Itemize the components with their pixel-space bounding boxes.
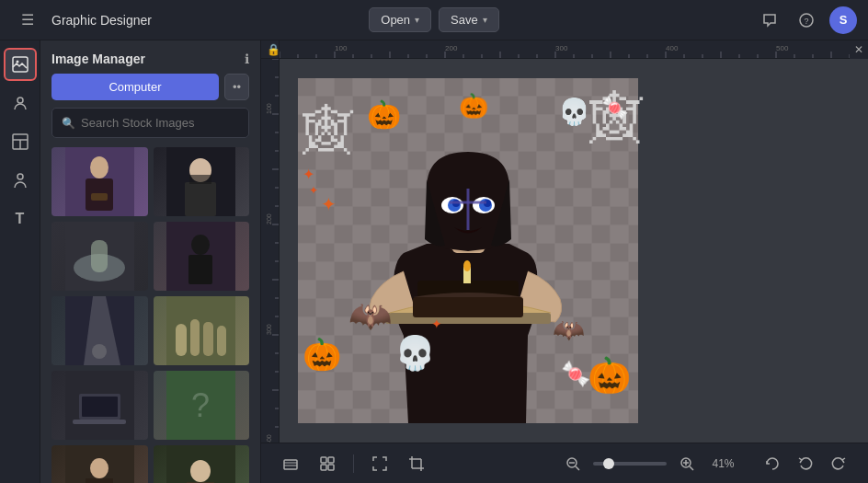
svg-rect-28 — [190, 319, 200, 356]
svg-point-8 — [17, 174, 23, 179]
thumb-preview-5 — [65, 296, 134, 365]
sidebar-item-people[interactable] — [4, 86, 37, 120]
save-button[interactable]: Save ▾ — [439, 7, 499, 32]
crop-icon — [408, 455, 425, 472]
zoom-slider[interactable] — [593, 462, 667, 466]
svg-line-154 — [690, 466, 693, 470]
zoom-out-icon — [565, 456, 580, 471]
search-input[interactable] — [81, 109, 239, 137]
svg-rect-140 — [321, 457, 326, 463]
topbar-center: Open ▾ Save ▾ — [369, 7, 498, 32]
svg-rect-19 — [91, 240, 108, 272]
people-icon — [12, 95, 29, 111]
panel-buttons: Computer •• — [40, 74, 260, 108]
svg-rect-12 — [91, 193, 108, 201]
svg-rect-137 — [284, 460, 297, 469]
image-manager-panel: Image Manager ℹ Computer •• 🔍 — [40, 40, 261, 483]
thumbnail-9[interactable] — [51, 445, 148, 483]
undo-icon — [798, 456, 813, 471]
thumb-preview-3 — [65, 222, 134, 291]
fit-button[interactable] — [365, 449, 394, 478]
svg-text:400: 400 — [666, 44, 679, 52]
thumbnail-6[interactable] — [154, 296, 250, 365]
thumb-preview-9 — [65, 445, 134, 483]
canvas-workspace: 🕸 🕸 🎃 🎃 💀 🍬 ✦ ✦ ✦ 🎃 🎃 — [280, 59, 868, 443]
svg-rect-143 — [328, 465, 334, 470]
text-icon: T — [16, 211, 25, 227]
thumb-preview-1 — [65, 147, 134, 216]
open-chevron: ▾ — [415, 15, 419, 25]
svg-text:400: 400 — [266, 434, 272, 443]
topbar: ☰ Graphic Designer Open ▾ Save ▾ ? S — [0, 0, 868, 40]
thumbnail-1[interactable] — [51, 147, 148, 216]
search-bar: 🔍 — [51, 108, 249, 138]
svg-rect-141 — [328, 457, 334, 463]
sidebar-item-layout[interactable] — [4, 125, 37, 158]
thumb-preview-10 — [166, 445, 235, 483]
canvas-close-button[interactable]: ✕ — [850, 40, 868, 59]
save-chevron: ▾ — [483, 15, 487, 25]
thumbnail-2[interactable] — [154, 147, 250, 216]
svg-rect-39 — [86, 478, 113, 483]
svg-text:200: 200 — [445, 44, 458, 52]
sidebar-item-images[interactable] — [4, 48, 37, 81]
thumb-preview-6 — [166, 296, 235, 365]
svg-rect-30 — [217, 326, 226, 356]
thumb-preview-4 — [166, 222, 235, 291]
svg-text:?: ? — [191, 386, 210, 424]
thumbnail-8[interactable]: ? — [154, 371, 250, 440]
app-title: Graphic Designer — [51, 13, 152, 28]
side-icon-bar: T — [0, 40, 40, 483]
svg-rect-29 — [203, 322, 213, 356]
zoom-out-button[interactable] — [558, 449, 588, 478]
svg-point-136 — [463, 260, 471, 271]
menu-button[interactable]: ☰ — [11, 4, 44, 37]
ruler-top-svg: 100 200 300 400 500 600 — [280, 40, 868, 58]
open-button[interactable]: Open ▾ — [369, 7, 431, 32]
thumbnail-10[interactable] — [154, 445, 250, 483]
thumbnail-5[interactable] — [51, 296, 148, 365]
svg-text:200: 200 — [266, 213, 272, 224]
svg-text:300: 300 — [266, 324, 272, 335]
svg-text:300: 300 — [555, 44, 568, 52]
svg-rect-33 — [82, 397, 118, 417]
computer-button[interactable]: Computer — [51, 74, 219, 100]
sidebar-item-text[interactable]: T — [4, 202, 37, 236]
canvas-frame[interactable]: 🕸 🕸 🎃 🎃 💀 🍬 ✦ ✦ ✦ 🎃 🎃 — [298, 78, 638, 423]
svg-point-10 — [90, 156, 108, 178]
topbar-left: ☰ Graphic Designer — [11, 4, 360, 37]
svg-point-38 — [90, 458, 108, 478]
sidebar-item-user[interactable] — [4, 164, 37, 197]
zoom-in-button[interactable] — [672, 449, 702, 478]
help-button[interactable]: ? — [793, 6, 820, 34]
svg-rect-16 — [189, 175, 211, 184]
user-avatar[interactable]: S — [829, 6, 857, 34]
canvas-workspace-container: 100 200 300 400 — [261, 59, 868, 443]
layers-button[interactable] — [276, 449, 305, 478]
user-icon — [12, 172, 29, 189]
redo-button[interactable] — [824, 449, 853, 478]
undo-button[interactable] — [791, 449, 820, 478]
svg-line-150 — [576, 466, 579, 470]
svg-rect-124 — [413, 297, 523, 317]
rotate-button[interactable] — [758, 449, 787, 478]
grid-button[interactable] — [313, 449, 342, 478]
svg-rect-22 — [188, 255, 212, 284]
thumbnail-3[interactable] — [51, 222, 148, 291]
thumbnail-7[interactable] — [51, 371, 148, 440]
main-content: T Image Manager ℹ Computer •• 🔍 — [0, 40, 868, 483]
zoom-controls: 41% — [558, 449, 739, 478]
crop-button[interactable] — [402, 449, 431, 478]
svg-point-25 — [92, 344, 107, 359]
more-button[interactable]: •• — [224, 74, 249, 100]
svg-rect-15 — [185, 182, 216, 216]
thumbnail-4[interactable] — [154, 222, 250, 291]
comment-button[interactable] — [756, 6, 783, 34]
separator-1 — [353, 454, 354, 473]
fit-icon — [371, 455, 388, 472]
lock-icon: 🔒 — [267, 43, 280, 56]
info-icon[interactable]: ℹ — [245, 52, 249, 66]
svg-text:100: 100 — [266, 103, 272, 114]
zoom-in-icon — [680, 456, 694, 471]
canvas-area: 100 200 300 400 500 600 🔒 ✕ — [261, 40, 868, 483]
